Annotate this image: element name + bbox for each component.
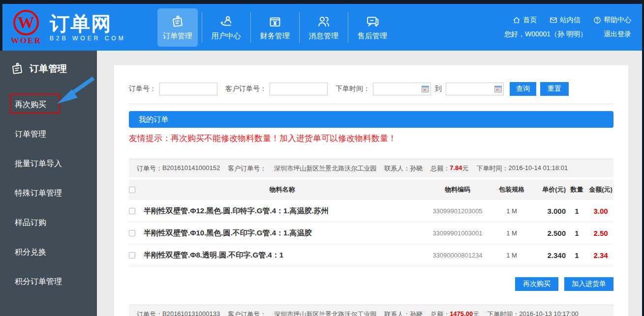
site-mail-label: 站内信 [560, 16, 581, 25]
sidebar-item-points-order[interactable]: 积分订单管理 [0, 267, 97, 296]
buy-again-button[interactable]: 再次购买 [515, 277, 558, 291]
material-code: 33099901203005 [421, 207, 494, 215]
sidebar-item-special-order[interactable]: 特殊订单管理 [0, 178, 97, 208]
user-greeting: 您好，W00001（孙 明明） [504, 30, 587, 39]
amount: 3.00 [588, 207, 613, 215]
order-search-form: 订单号： 客户订单号： 下单时间： 到 查询 重置 [129, 82, 613, 96]
logo-circle: W [13, 10, 39, 35]
order-time-label: 下单时间： [487, 310, 519, 316]
order-no-label: 订单号： [129, 85, 156, 93]
help-center-label: 帮助中心 [604, 16, 631, 25]
query-button[interactable]: 查询 [510, 82, 536, 96]
items-table-header: 物料名称 物料编码 包装规格 单价(元) 数量 金额(元) [129, 179, 613, 200]
row-checkbox[interactable] [129, 252, 135, 259]
sidebar-item-batch-order-import[interactable]: 批量订单导入 [0, 149, 97, 178]
main-content: 订单号： 客户订单号： 下单时间： 到 查询 重置 [97, 51, 642, 316]
sidebar-item-buy-again[interactable]: 再次购买 [0, 90, 97, 119]
reset-button[interactable]: 重置 [540, 82, 569, 96]
header-amount: 金额(元) [588, 185, 613, 194]
order-no-label: 订单号： [137, 310, 162, 316]
sidebar-item-sample-order[interactable]: 样品订购 [0, 208, 97, 237]
nav-label: 售后管理 [358, 31, 387, 41]
unit-price: 2.340 [529, 251, 566, 259]
unit-price: 3.000 [529, 207, 566, 215]
order-total-value: 7.84 [450, 164, 462, 173]
site-subtitle: B2B WOER COM [50, 35, 126, 42]
order-block: 订单号：B201610141000152 客户订单号： 深圳市坪山新区兰景北路沃… [129, 159, 613, 291]
help-center-link[interactable]: 帮助中心 [593, 16, 631, 25]
unit-price: 2.500 [529, 229, 566, 237]
order-actions: 再次购买 加入进货单 [129, 277, 613, 291]
pack-spec: 1 M [494, 207, 529, 215]
brand-logo[interactable]: W WOER 订单网 B2B WOER COM [7, 9, 126, 46]
sidebar-title: 订单管理 [30, 62, 67, 75]
quantity: 1 [566, 229, 588, 237]
order-no-value: B201610141000152 [162, 164, 220, 173]
nav-finance-management[interactable]: 财务管理 [251, 4, 299, 51]
row-checkbox[interactable] [129, 208, 135, 214]
divider [129, 104, 613, 104]
order-no-input[interactable] [159, 83, 217, 95]
my-orders-title: 我的订单 [139, 115, 168, 124]
mail-icon [550, 16, 557, 24]
table-row: 半刚性双壁管.Φ8.透明.圆.不印字.G管.4：1 33090000801234… [129, 244, 613, 266]
order-time-value: 2016-10-14 01:18:01 [508, 164, 568, 173]
app-window: W WOER 订单网 B2B WOER COM 订单管理 [0, 0, 644, 316]
contact-label: 联系人： [384, 164, 410, 173]
logout-link[interactable]: 退出登录 [604, 30, 631, 39]
nav-aftersale-management[interactable]: 售后管理 [348, 4, 397, 51]
woer-logo-mark: W WOER [7, 9, 45, 46]
contact-label: 联系人： [384, 310, 410, 316]
customer-order-no-input[interactable] [270, 83, 328, 95]
order-no-label: 订单号： [137, 164, 162, 173]
header-right: 首页 站内信 帮助中心 您好，W00001（孙 明明） 退出登录 [504, 16, 631, 39]
help-icon [593, 16, 601, 24]
nav-label: 用户中心 [212, 31, 241, 41]
nav-label: 订单管理 [163, 31, 192, 41]
total-unit: 元 [473, 310, 479, 316]
sidebar-menu: 再次购买 订单管理 批量订单导入 特殊订单管理 样品订购 积分兑换 积分订单管理 [0, 90, 97, 296]
quantity: 1 [566, 251, 588, 259]
row-checkbox[interactable] [129, 230, 135, 236]
nav-order-management[interactable]: 订单管理 [153, 4, 202, 51]
order-management-icon [170, 14, 185, 29]
nav-user-center[interactable]: 用户中心 [202, 4, 250, 51]
order-time-label: 下单时间： [336, 85, 370, 93]
nav-label: 消息管理 [309, 31, 338, 41]
message-management-icon [316, 14, 331, 29]
customer-order-no-label: 客户订单号： [225, 85, 267, 93]
home-link[interactable]: 首页 [513, 16, 537, 25]
customer-order-no-label: 客户订单号： [228, 310, 266, 316]
header-unit-price: 单价(元) [529, 185, 566, 194]
quick-links: 首页 站内信 帮助中心 [513, 16, 631, 25]
order-time-value: 2016-10-13 10:17:00 [519, 310, 579, 316]
quantity: 1 [566, 207, 588, 215]
add-to-cart-button[interactable]: 加入进货单 [564, 277, 613, 291]
order-time-label: 下单时间： [476, 164, 508, 173]
site-title: 订单网 [50, 13, 126, 34]
main-nav: 订单管理 用户中心 [153, 4, 397, 51]
header-material-code: 物料编码 [421, 185, 494, 194]
select-all-checkbox[interactable] [129, 187, 135, 193]
table-row: 半刚性双壁管.Φ12.黑色.圆.印特字.G管.4：1.高温胶.苏州 330999… [129, 200, 613, 222]
nav-message-management[interactable]: 消息管理 [300, 4, 348, 51]
order-total-value: 1475.00 [450, 310, 473, 316]
material-name: 半刚性双壁管.Φ8.透明.圆.不印字.G管.4：1 [144, 251, 421, 260]
logo-letter: W [18, 14, 34, 31]
header-material-name: 物料名称 [144, 185, 421, 194]
order-no-value: B201610131000133 [162, 310, 220, 316]
header-pack-spec: 包装规格 [494, 185, 529, 194]
sidebar-header: 订单管理 [0, 51, 97, 76]
order-address: 深圳市坪山新区兰景北路沃尔工业园 [274, 310, 376, 316]
calendar-icon[interactable] [422, 86, 429, 92]
friendly-tip-text: 友情提示：再次购买不能修改物料数量！加入进货单可以修改物料数量！ [129, 133, 613, 144]
logo-brand-text: WOER [11, 36, 41, 46]
sidebar-item-points-exchange[interactable]: 积分兑换 [0, 237, 97, 267]
nav-label: 财务管理 [260, 31, 290, 41]
site-mail-link[interactable]: 站内信 [550, 16, 581, 25]
calendar-icon[interactable] [494, 86, 502, 92]
sidebar-item-order-management[interactable]: 订单管理 [0, 119, 97, 149]
material-name: 半刚性双壁管.Φ12.黑色.圆.印特字.G管.4：1.高温胶.苏州 [144, 206, 421, 216]
top-header: W WOER 订单网 B2B WOER COM 订单管理 [0, 4, 642, 51]
pack-spec: 1 M [494, 230, 529, 237]
